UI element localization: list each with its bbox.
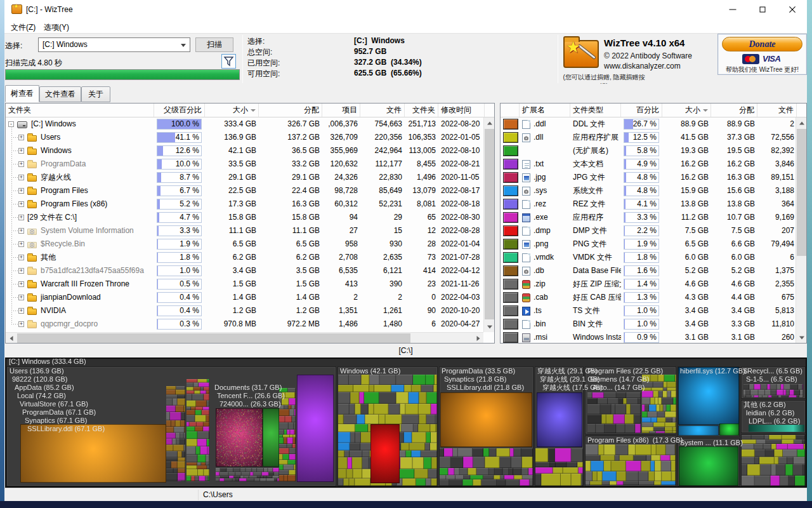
col-header[interactable]: 分配 (711, 104, 757, 117)
tab-0[interactable]: 树查看 (5, 85, 39, 102)
ext-row[interactable]: .ddlDDL 文件26.7 %88.9 GB88.9 GB2 (501, 117, 797, 131)
expand-toggle[interactable]: + (18, 201, 24, 207)
vscroll-thumb[interactable] (797, 129, 806, 256)
ext-name: .dmp (534, 224, 551, 237)
scroll-down-button[interactable] (484, 321, 495, 332)
scroll-down-button[interactable] (796, 332, 807, 343)
tab-2[interactable]: 关于 (81, 86, 110, 102)
scan-button[interactable]: 扫描 (195, 37, 233, 52)
col-header[interactable] (501, 104, 520, 117)
expand-toggle[interactable]: + (18, 161, 24, 167)
folder-row[interactable]: +ProgramData10.0 %33.5 GB33.2 GB120,6321… (6, 157, 485, 171)
expand-toggle[interactable]: + (18, 148, 24, 154)
folder-row[interactable]: +System Volume Information3.3 %11.1 GB11… (6, 224, 485, 237)
folder-row[interactable]: +Program Files (x86)5.2 %17.3 GB16.3 GB6… (6, 197, 485, 211)
folder-row[interactable]: +其他1.8 %6.2 GB6.2 GB2,7082,635732021-07-… (6, 251, 485, 264)
scroll-up-button[interactable] (796, 117, 807, 128)
folder-row[interactable]: +穿越火线8.7 %29.1 GB29.1 GB24,32622,8301,49… (6, 171, 485, 184)
folder-row[interactable]: +NVIDIA0.4 %1.2 GB1.2 GB1,3511,261902020… (6, 304, 485, 318)
expand-toggle[interactable]: + (18, 215, 24, 220)
col-header[interactable]: 文件 (757, 104, 797, 117)
col-header[interactable]: 文件夹 (405, 104, 438, 117)
filter-button[interactable] (221, 54, 236, 69)
col-header[interactable]: 分配 (259, 104, 322, 117)
folder-row[interactable]: +Windows12.6 %42.1 GB36.5 GB355,969242,9… (6, 144, 485, 157)
folder-row[interactable]: +b75a1dfca213dfa475aa55f69a1.0 %3.4 GB3.… (6, 264, 485, 277)
expand-toggle[interactable]: + (18, 268, 24, 274)
tab-1[interactable]: 文件查看 (39, 86, 81, 102)
col-header[interactable]: 大小 (662, 104, 711, 117)
folder-vscrollbar[interactable] (483, 117, 494, 332)
col-header[interactable]: 父级百分比 (154, 104, 205, 117)
ext-row[interactable]: .cab好压 CAB 压缩文1.3 %4.3 GB4.4 GB675 (501, 291, 797, 304)
minimize-button[interactable] (718, 0, 747, 19)
ext-row[interactable]: .dbData Base File1.6 %5.2 GB5.2 GB1,375 (501, 264, 797, 277)
col-header[interactable]: 文件 (360, 104, 405, 117)
menu-item-options[interactable]: 选项(Y) (40, 21, 73, 34)
ext-row[interactable]: (无扩展名)5.8 %19.3 GB19.5 GB82,392 (501, 144, 797, 157)
col-header[interactable]: 文件类型 (570, 104, 621, 117)
folder-row[interactable]: +Users41.1 %136.9 GB137.2 GB326,709220,3… (6, 131, 485, 144)
col-header[interactable]: 文件夹 (6, 104, 154, 117)
donate-button[interactable]: Donate (722, 37, 802, 51)
expand-toggle[interactable]: - (8, 121, 14, 127)
ext-row[interactable]: .msiWindows Installe0.9 %3.1 GB3.1 GB260 (501, 331, 797, 344)
ext-row[interactable]: .binBIN 文件1.0 %3.4 GB3.3 GB11,810 (501, 318, 797, 331)
expand-toggle[interactable]: + (18, 241, 24, 247)
col-header[interactable]: 大小 (205, 104, 259, 117)
folder-row[interactable]: +jianpianDownload0.4 %1.4 GB1.4 GB220202… (6, 291, 485, 304)
ext-vscrollbar[interactable] (796, 117, 806, 343)
cell-size: 15.9 GB (662, 184, 711, 197)
folder-row[interactable]: +Program Files6.7 %22.5 GB22.4 GB98,7288… (6, 184, 485, 197)
maximize-button[interactable] (748, 0, 777, 19)
tree-line (11, 137, 18, 138)
ext-row[interactable]: .dll应用程序扩展12.5 %41.5 GB37.3 GB72,556 (501, 131, 797, 144)
col-header[interactable]: 百分比 (621, 104, 662, 117)
folder-row[interactable]: +Warcraft III Frozen Throne0.5 %1.5 GB1.… (6, 277, 485, 291)
expand-toggle[interactable]: + (18, 308, 24, 314)
folder-row[interactable]: +$Recycle.Bin1.9 %6.5 GB6.5 GB9589302820… (6, 237, 485, 251)
ext-row[interactable]: .zip好压 ZIP 压缩文1.4 %4.6 GB4.6 GB2,355 (501, 277, 797, 291)
close-button[interactable] (778, 0, 807, 19)
hscroll-thumb[interactable] (17, 333, 410, 343)
folder-row[interactable]: +[29 文件在 C:\]4.7 %15.8 GB15.8 GB94296520… (6, 211, 485, 224)
menu-item-file[interactable]: 文件(Z) (7, 21, 39, 34)
expand-toggle[interactable]: + (18, 255, 24, 260)
ext-row[interactable]: .exe应用程序3.3 %11.2 GB10.7 GB9,169 (501, 211, 797, 224)
expand-toggle[interactable]: + (18, 228, 24, 234)
scroll-up-button[interactable] (484, 117, 495, 128)
folder-name: System Volume Information (41, 224, 134, 237)
app-version: WizTree v4.10 x64 (604, 37, 684, 48)
ext-row[interactable]: .pngPNG 文件1.9 %6.5 GB6.6 GB79,494 (501, 237, 797, 251)
ext-row[interactable]: .jpgJPG 文件4.8 %16.2 GB16.3 GB89,151 (501, 171, 797, 184)
folder-row[interactable]: +qqpcmgr_docpro0.3 %970.8 MB972.2 MB1,48… (6, 318, 485, 331)
expand-toggle[interactable]: + (18, 321, 24, 327)
expand-toggle[interactable]: + (18, 188, 24, 194)
ext-name: .vmdk (534, 251, 554, 264)
folder-hscrollbar[interactable] (6, 332, 483, 343)
col-header[interactable]: 修改时间 (438, 104, 485, 117)
ext-row[interactable]: .vmdkVMDK 文件1.8 %6.0 GB6.0 GB6 (501, 251, 797, 264)
percent-text: 8.7 % (157, 173, 201, 182)
expand-toggle[interactable]: + (18, 295, 24, 300)
col-header[interactable]: 扩展名 (520, 104, 570, 117)
col-header[interactable]: 项目 (322, 104, 360, 117)
percent-cell: 12.6 % (157, 145, 202, 156)
drive-dropdown[interactable]: [C:] Windows (38, 37, 190, 52)
scroll-right-button[interactable] (473, 333, 483, 344)
folder-row[interactable]: -[C:] Windows100.0 %333.4 GB326.7 GB,006… (6, 117, 485, 131)
ext-row[interactable]: .rezREZ 文件4.1 %13.8 GB13.8 GB364 (501, 197, 797, 211)
treemap-canvas[interactable] (5, 358, 807, 488)
expand-toggle[interactable]: + (18, 281, 24, 287)
vscroll-thumb[interactable] (485, 129, 494, 319)
color-swatch (503, 172, 518, 183)
ext-row[interactable]: .tsTS 文件1.0 %3.4 GB3.4 GB5,813 (501, 304, 797, 318)
scroll-left-button[interactable] (6, 333, 16, 344)
color-swatch (503, 319, 518, 330)
expand-toggle[interactable]: + (18, 135, 24, 140)
expand-toggle[interactable]: + (18, 175, 24, 180)
website-link[interactable]: www.diskanalyzer.com (604, 62, 681, 70)
ext-row[interactable]: .dmpDMP 文件2.2 %7.5 GB7.5 GB207 (501, 224, 797, 237)
ext-row[interactable]: .txt文本文档4.9 %16.2 GB16.2 GB3,846 (501, 157, 797, 171)
ext-row[interactable]: .sys系统文件4.8 %15.9 GB15.6 GB3,188 (501, 184, 797, 197)
